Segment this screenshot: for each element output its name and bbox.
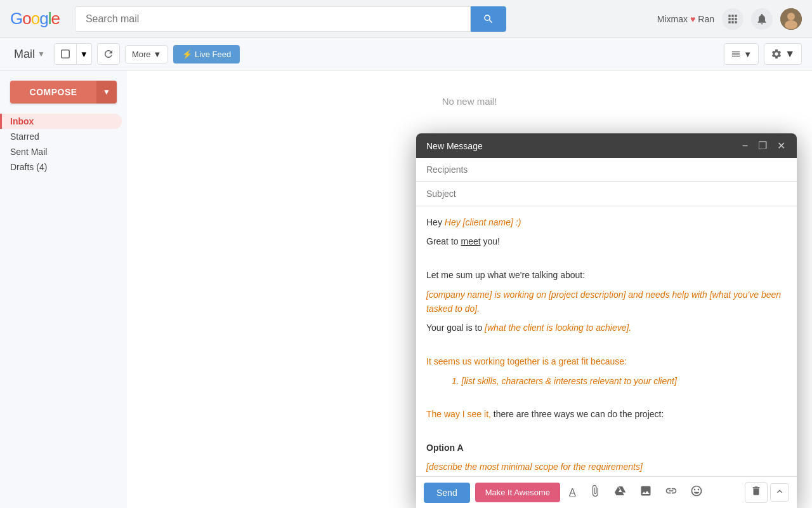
compose-modal-header[interactable]: New Message − ❐ ✕ [416, 133, 797, 158]
chevron-down-icon: ▼ [80, 50, 88, 59]
body-optionA-title: Option A [426, 441, 787, 455]
underline-icon: A [569, 487, 576, 498]
checkbox-icon [61, 50, 70, 58]
select-checkbox-button[interactable] [54, 43, 77, 65]
topbar-right: Mixmax ♥ Ran [657, 8, 802, 30]
compose-modal-title: New Message [426, 141, 741, 151]
svg-point-1 [787, 13, 795, 20]
image-icon [639, 485, 652, 497]
compose-dropdown-button[interactable]: ▼ [96, 81, 117, 104]
emoji-button[interactable] [686, 482, 707, 503]
attach-file-button[interactable] [585, 482, 605, 503]
compose-footer: Send Make It Awesome A [416, 476, 797, 508]
subject-input[interactable] [426, 189, 787, 199]
body-line4: [company name] is working on [project de… [426, 288, 787, 316]
compose-button[interactable]: COMPOSE [10, 81, 96, 104]
select-checkbox-group: ▼ [54, 43, 92, 65]
sidebar-item-inbox[interactable]: Inbox [0, 114, 122, 129]
svg-rect-3 [62, 50, 69, 58]
search-bar [75, 6, 506, 32]
compose-button-group: COMPOSE ▼ [10, 81, 117, 104]
settings-caret-icon: ▼ [785, 48, 795, 60]
sidebar: COMPOSE ▼ Inbox Starred Sent Mail Drafts… [0, 70, 127, 508]
subject-field[interactable] [416, 182, 797, 206]
no-mail-message: No new mail! [127, 70, 812, 107]
body-line5: Your goal is to [what the client is look… [426, 321, 787, 335]
body-line7: The way I see it, there are three ways w… [426, 407, 787, 421]
svg-point-2 [785, 20, 797, 29]
search-icon [483, 13, 494, 25]
more-button[interactable]: More ▼ [125, 45, 169, 64]
select-dropdown-button[interactable]: ▼ [77, 43, 92, 65]
search-button[interactable] [471, 6, 506, 32]
more-caret-icon: ▼ [154, 50, 162, 59]
body-line2: Great to meet you! [426, 234, 787, 248]
body-line3: Let me sum up what we're talking about: [426, 268, 787, 282]
emoji-icon [690, 485, 703, 497]
body-list1: 1. [list skills, characters & interests … [426, 374, 787, 388]
view-button[interactable]: ▼ [724, 43, 759, 65]
search-input[interactable] [75, 6, 471, 32]
google-logo: Google [10, 9, 60, 29]
drive-icon [614, 485, 627, 497]
heart-icon: ♥ [690, 14, 695, 24]
apps-icon [726, 13, 739, 25]
sidebar-item-sent[interactable]: Sent Mail [0, 144, 122, 159]
live-feed-button[interactable]: ⚡ Live Feed [173, 45, 240, 64]
format-text-button[interactable]: A [565, 483, 580, 502]
compose-area: COMPOSE ▼ [0, 76, 127, 114]
settings-button[interactable]: ▼ [764, 43, 802, 65]
grid-icon-btn[interactable] [722, 8, 743, 30]
body-optionA-desc: [describe the most minimal scope for the… [426, 460, 787, 474]
close-button[interactable]: ✕ [776, 140, 787, 152]
compose-modal-controls: − ❐ ✕ [741, 140, 787, 152]
avatar[interactable] [780, 8, 802, 30]
chevron-view-icon: ▼ [743, 50, 752, 59]
attach-icon [589, 485, 601, 497]
trash-icon [750, 485, 762, 497]
mail-caret-icon: ▼ [37, 50, 45, 58]
notifications-icon-btn[interactable] [751, 8, 773, 30]
sidebar-item-starred[interactable]: Starred [0, 129, 122, 144]
mail-label-button[interactable]: Mail ▼ [10, 45, 49, 64]
notifications-icon [756, 13, 768, 25]
compose-modal: New Message − ❐ ✕ Hey Hey [client name] … [416, 133, 797, 508]
user-avatar [780, 8, 802, 30]
toolbar: Mail ▼ ▼ More ▼ ⚡ Live Feed ▼ [0, 38, 812, 70]
more-options-button[interactable] [770, 483, 789, 502]
footer-right [745, 482, 789, 503]
sidebar-item-drafts[interactable]: Drafts (4) [0, 159, 122, 175]
settings-icon [771, 48, 782, 60]
insert-link-button[interactable] [661, 482, 681, 503]
delete-button[interactable] [745, 482, 768, 503]
topbar: Google Mixmax ♥ Ran [0, 0, 812, 38]
body-line6: It seems us working together is a great … [426, 354, 787, 368]
insert-photo-button[interactable] [636, 482, 656, 503]
mixmax-label: Mixmax ♥ Ran [657, 14, 714, 24]
refresh-button[interactable] [97, 43, 120, 65]
google-drive-button[interactable] [610, 482, 631, 503]
make-it-awesome-button[interactable]: Make It Awesome [475, 483, 560, 502]
minimize-button[interactable]: − [741, 140, 749, 152]
chevron-up-icon [775, 486, 785, 497]
body-line1: Hey Hey [client name] :) [426, 215, 787, 229]
compose-body[interactable]: Hey Hey [client name] :) Great to meet y… [416, 206, 797, 476]
expand-button[interactable]: ❐ [757, 140, 768, 152]
recipients-field[interactable] [416, 158, 797, 182]
link-icon [665, 485, 678, 497]
recipients-input[interactable] [426, 164, 787, 175]
toolbar-right: ▼ ▼ [724, 43, 802, 65]
view-icon [731, 49, 741, 59]
refresh-icon [103, 48, 114, 60]
send-button[interactable]: Send [424, 483, 470, 503]
